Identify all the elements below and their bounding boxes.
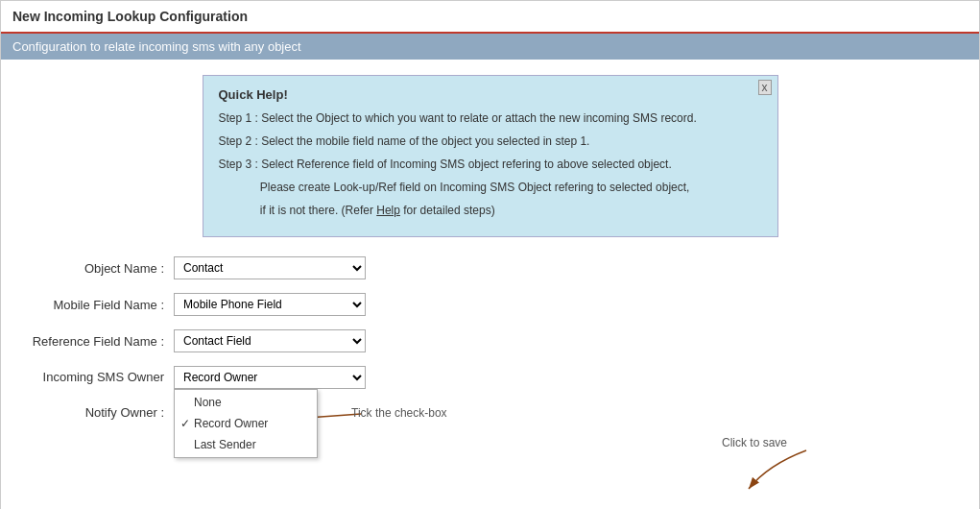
- section-header: Configuration to relate incoming sms wit…: [1, 34, 979, 60]
- dropdown-option-none[interactable]: None: [175, 392, 317, 413]
- dropdown-option-record-owner[interactable]: Record Owner: [175, 413, 317, 434]
- object-name-row: Object Name : Contact: [20, 256, 960, 279]
- reference-field-select[interactable]: Contact Field: [174, 329, 366, 352]
- dropdown-option-last-sender[interactable]: Last Sender: [175, 434, 317, 455]
- incoming-sms-owner-row: Incoming SMS Owner Record Owner None Rec…: [20, 366, 960, 389]
- window-title: New Incoming Lookup Configuration: [12, 9, 248, 24]
- quick-help-step3b: Please create Look-up/Ref field on Incom…: [219, 179, 762, 196]
- title-bar: New Incoming Lookup Configuration: [1, 1, 979, 34]
- notify-owner-row: Notify Owner : Tick the check-box: [20, 402, 960, 423]
- content-area: x Quick Help! Step 1 : Select the Object…: [1, 60, 979, 509]
- incoming-sms-owner-label: Incoming SMS Owner: [20, 366, 174, 384]
- reference-field-row: Reference Field Name : Contact Field: [20, 329, 960, 352]
- mobile-field-select[interactable]: Mobile Phone Field: [174, 293, 366, 316]
- notify-owner-label: Notify Owner :: [20, 405, 174, 420]
- quick-help-box: x Quick Help! Step 1 : Select the Object…: [203, 75, 778, 237]
- quick-help-step3c: if it is not there. (Refer Help for deta…: [219, 202, 762, 219]
- mobile-field-row: Mobile Field Name : Mobile Phone Field: [20, 293, 960, 316]
- help-link[interactable]: Help: [376, 204, 400, 217]
- save-annotation-area: Click to save: [20, 436, 960, 494]
- quick-help-step3: Step 3 : Select Reference field of Incom…: [219, 156, 762, 173]
- save-arrow: [710, 446, 825, 494]
- close-quick-help-button[interactable]: x: [758, 80, 772, 95]
- reference-field-label: Reference Field Name :: [20, 334, 174, 349]
- object-name-label: Object Name :: [20, 261, 174, 276]
- tick-checkbox-annotation: Tick the check-box: [351, 406, 447, 420]
- incoming-sms-owner-menu[interactable]: None Record Owner Last Sender: [174, 389, 318, 458]
- incoming-sms-owner-select[interactable]: Record Owner: [174, 366, 366, 389]
- quick-help-step2: Step 2 : Select the mobile field name of…: [219, 133, 762, 150]
- quick-help-title: Quick Help!: [219, 87, 762, 102]
- incoming-sms-owner-dropdown-wrapper: Record Owner None Record Owner Last Send…: [174, 366, 366, 389]
- object-name-select[interactable]: Contact: [174, 256, 366, 279]
- mobile-field-label: Mobile Field Name :: [20, 298, 174, 312]
- quick-help-step1: Step 1 : Select the Object to which you …: [219, 109, 762, 127]
- main-window: New Incoming Lookup Configuration Config…: [0, 0, 980, 509]
